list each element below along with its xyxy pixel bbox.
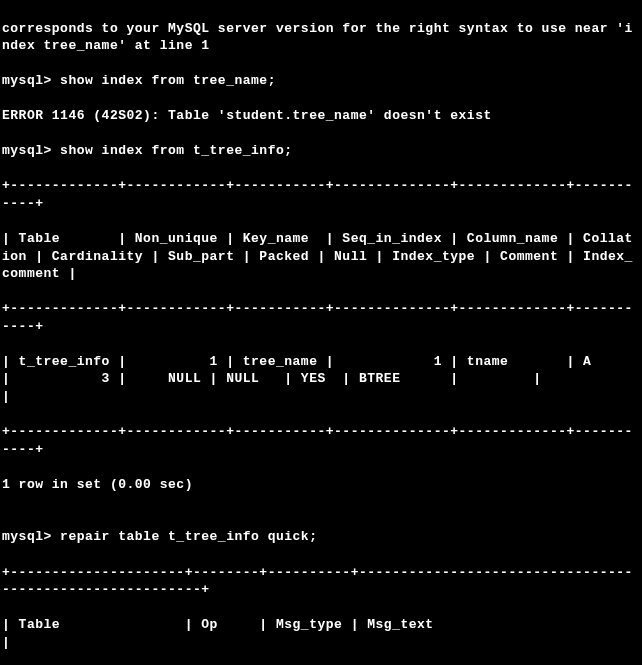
result-line: 1 row in set (0.00 sec) [2, 476, 640, 494]
table-header: | Table | Non_unique | Key_name | Seq_in… [2, 230, 640, 283]
prompt-line: mysql> show index from t_tree_info; [2, 142, 640, 160]
table-border: +-------------+------------+-----------+… [2, 177, 640, 212]
table-border: +-------------+------------+-----------+… [2, 423, 640, 458]
table-border: +-------------+------------+-----------+… [2, 300, 640, 335]
prompt-line: mysql> repair table t_tree_info quick; [2, 528, 640, 546]
error-line: corresponds to your MySQL server version… [2, 20, 640, 55]
table-border: +---------------------+--------+--------… [2, 564, 640, 599]
table-header: | Table | Op | Msg_type | Msg_text | [2, 616, 640, 651]
terminal-output[interactable]: corresponds to your MySQL server version… [0, 0, 642, 665]
error-line: ERROR 1146 (42S02): Table 'student.tree_… [2, 107, 640, 125]
prompt-line: mysql> show index from tree_name; [2, 72, 640, 90]
table-row: | t_tree_info | 1 | tree_name | 1 | tnam… [2, 353, 640, 406]
